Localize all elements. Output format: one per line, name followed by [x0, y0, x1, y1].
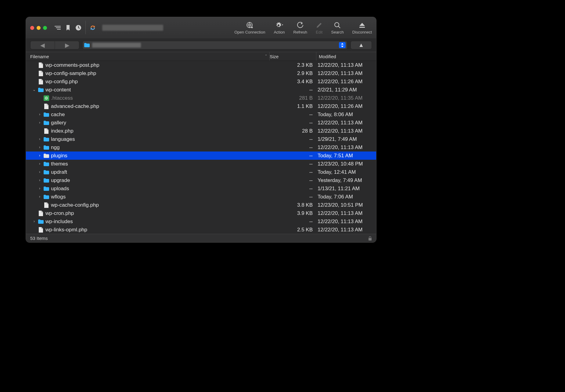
chevron-right-icon[interactable]: ›: [38, 168, 42, 176]
file-row[interactable]: ›uploads--1/13/21, 11:21 AM: [26, 184, 376, 193]
file-size: 2.5 KB: [269, 226, 315, 234]
file-icon: [44, 128, 49, 134]
folder-icon: [44, 153, 49, 159]
file-name: updraft: [51, 168, 67, 176]
file-row[interactable]: ›wp-includes--12/22/20, 11:13 AM: [26, 217, 376, 226]
refresh-button[interactable]: Refresh: [289, 17, 312, 38]
folder-icon: [44, 194, 49, 200]
file-row[interactable]: wp-links-opml.php2.5 KB12/22/20, 11:13 A…: [26, 226, 376, 234]
file-row[interactable]: ›languages--1/29/21, 7:49 AM: [26, 135, 376, 143]
chevron-right-icon[interactable]: ›: [38, 119, 42, 127]
file-row[interactable]: ›plugins--Today, 7:51 AM: [26, 151, 376, 160]
column-filename-label: Filename: [30, 54, 49, 59]
file-row[interactable]: ›themes--12/23/20, 10:48 PM: [26, 160, 376, 168]
go-up-button[interactable]: ▲: [351, 41, 372, 49]
window-title-redacted: [102, 25, 163, 31]
file-row[interactable]: wp-cache-config.php3.8 KB12/23/20, 10:51…: [26, 201, 376, 209]
file-row[interactable]: ›cache--Today, 8:06 AM: [26, 110, 376, 119]
column-filename[interactable]: Filename ˄: [26, 52, 270, 61]
column-size-label: Size: [270, 54, 279, 59]
file-icon: [38, 71, 44, 76]
file-row[interactable]: wp-config-sample.php2.9 KB12/22/20, 11:1…: [26, 69, 376, 77]
chevron-right-icon[interactable]: ›: [38, 143, 42, 151]
path-dropdown-button[interactable]: [339, 42, 346, 48]
path-redacted: [92, 43, 141, 48]
chevron-right-icon[interactable]: ›: [38, 176, 42, 184]
svg-marker-14: [341, 46, 344, 47]
chevron-right-icon[interactable]: ›: [38, 135, 42, 143]
toggle-sidebar-icon[interactable]: [52, 23, 63, 33]
svg-rect-2: [57, 29, 61, 30]
file-size: --: [269, 143, 315, 151]
file-size: 2.3 KB: [269, 61, 315, 69]
file-name: advanced-cache.php: [51, 102, 99, 110]
edit-label: Edit: [316, 30, 322, 34]
open-connection-button[interactable]: Open Connection: [230, 17, 269, 38]
file-row[interactable]: ›ngg--12/22/20, 11:13 AM: [26, 143, 376, 151]
file-row[interactable]: wp-config.php3.4 KB12/22/20, 11:26 AM: [26, 77, 376, 86]
close-window-button[interactable]: [30, 26, 34, 30]
file-modified: 12/22/20, 11:13 AM: [315, 226, 376, 234]
file-row[interactable]: ›upgrade--Yesterday, 7:49 AM: [26, 176, 376, 184]
action-label: Action: [274, 30, 285, 34]
status-bar: 53 Items: [26, 234, 376, 242]
file-name: plugins: [51, 151, 67, 160]
refresh-label: Refresh: [293, 30, 308, 34]
chevron-right-icon[interactable]: ›: [38, 151, 42, 160]
file-size: --: [269, 151, 315, 160]
bookmarks-icon[interactable]: [63, 23, 73, 33]
path-bar[interactable]: [82, 41, 347, 49]
file-modified: 12/22/20, 11:13 AM: [315, 119, 376, 127]
file-modified: 12/22/20, 11:13 AM: [315, 217, 376, 226]
chevron-right-icon[interactable]: ›: [38, 160, 42, 168]
file-row[interactable]: advanced-cache.php1.1 KB12/22/20, 11:26 …: [26, 102, 376, 110]
history-icon[interactable]: [73, 23, 84, 33]
file-size: 2.9 KB: [269, 69, 315, 77]
sync-icon[interactable]: [88, 23, 98, 33]
chevron-right-icon[interactable]: ›: [38, 193, 42, 201]
file-row[interactable]: wp-cron.php3.9 KB12/22/20, 11:13 AM: [26, 209, 376, 217]
zoom-window-button[interactable]: [43, 26, 47, 30]
file-modified: Today, 7:51 AM: [315, 151, 376, 160]
file-modified: 12/22/20, 11:13 AM: [315, 61, 376, 69]
file-name: wflogs: [51, 193, 66, 201]
disconnect-button[interactable]: Disconnect: [348, 17, 376, 38]
nav-forward-button[interactable]: ▶: [55, 41, 79, 49]
file-name: gallery: [51, 119, 66, 127]
nav-back-button[interactable]: ◀: [30, 41, 55, 49]
chevron-right-icon[interactable]: ›: [32, 217, 36, 226]
file-name: .htaccess: [51, 94, 73, 102]
column-modified[interactable]: Modified: [316, 52, 376, 61]
file-icon: [44, 202, 49, 208]
svg-rect-0: [55, 26, 61, 27]
file-row[interactable]: ›updraft--Today, 12:41 AM: [26, 168, 376, 176]
folder-icon: [44, 186, 49, 191]
file-row[interactable]: ⌄wp-content--2/2/21, 11:29 AM: [26, 86, 376, 94]
minimize-window-button[interactable]: [37, 26, 41, 30]
file-name: cache: [51, 110, 65, 119]
edit-button: Edit: [311, 17, 327, 38]
chevron-down-icon[interactable]: ⌄: [32, 86, 36, 94]
file-row[interactable]: wp-comments-post.php2.3 KB12/22/20, 11:1…: [26, 61, 376, 69]
folder-icon: [38, 219, 44, 224]
file-size: --: [269, 168, 315, 176]
file-size: 3.8 KB: [269, 201, 315, 209]
file-list: wp-comments-post.php2.3 KB12/22/20, 11:1…: [26, 61, 376, 234]
action-button[interactable]: Action: [269, 17, 289, 38]
column-size[interactable]: Size: [270, 52, 316, 61]
file-name: wp-config-sample.php: [45, 69, 96, 77]
file-row[interactable]: index.php28 B12/22/20, 11:13 AM: [26, 127, 376, 135]
file-row[interactable]: ›gallery--12/22/20, 11:13 AM: [26, 119, 376, 127]
status-item-count: 53 Items: [30, 236, 48, 241]
search-button[interactable]: Search: [327, 17, 348, 38]
file-icon: [44, 104, 49, 109]
file-modified: Today, 12:41 AM: [315, 168, 376, 176]
chevron-right-icon[interactable]: ›: [38, 184, 42, 193]
file-name: wp-content: [45, 86, 71, 94]
file-row[interactable]: ›wflogs--Today, 7:06 AM: [26, 193, 376, 201]
file-modified: Today, 7:06 AM: [315, 193, 376, 201]
file-row[interactable]: .htaccess281 B12/22/20, 11:35 AM: [26, 94, 376, 102]
chevron-right-icon[interactable]: ›: [38, 110, 42, 119]
svg-point-9: [335, 23, 339, 27]
file-modified: 2/2/21, 11:29 AM: [315, 86, 376, 94]
